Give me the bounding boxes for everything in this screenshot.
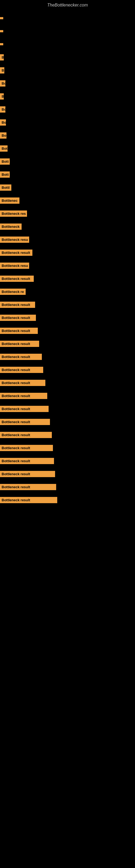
bottleneck-label: Bottleneck re	[0, 289, 26, 295]
list-item: Bottleneck	[0, 221, 135, 232]
bottleneck-label: B	[0, 54, 4, 61]
bottleneck-label: Bottleneck result	[0, 250, 32, 256]
list-item: Bott	[0, 169, 135, 180]
list-item: Bottleneck result	[0, 442, 135, 453]
list-item: Bottleneck result	[0, 299, 135, 310]
site-title: TheBottlenecker.com	[0, 0, 135, 9]
entries-container: BBBoBBoBoBoBotBottBottBottlBottlenecBott…	[0, 9, 135, 509]
bottleneck-label: Bottleneck result	[0, 276, 34, 282]
list-item: Bottleneck res	[0, 208, 135, 219]
list-item: Bottleneck result	[0, 312, 135, 323]
bottleneck-label: Bot	[0, 145, 8, 152]
list-item: Bottleneck re	[0, 286, 135, 297]
list-item: Bott	[0, 156, 135, 167]
list-item: Bottleneck result	[0, 456, 135, 466]
bottleneck-label: Bottleneck resu	[0, 262, 29, 269]
bottleneck-label: Bo	[0, 119, 6, 126]
list-item: Bottleneck result	[0, 247, 135, 258]
list-item: B	[0, 91, 135, 102]
bottleneck-label: Bottleneck result	[0, 419, 50, 425]
bottleneck-label: Bott	[0, 158, 10, 165]
bottleneck-label: Bottleneck result	[0, 445, 53, 451]
list-item: Bottleneck result	[0, 364, 135, 375]
bottleneck-label: Bottleneck result	[0, 354, 42, 360]
list-item: Bottleneck result	[0, 429, 135, 440]
list-item: Bo	[0, 104, 135, 115]
bottleneck-label: Bott	[0, 172, 10, 178]
bottleneck-label: Bottleneck result	[0, 393, 47, 399]
bottleneck-label: Bo	[0, 132, 6, 138]
list-item: B	[0, 52, 135, 63]
bottleneck-label: Bottleneck result	[0, 406, 49, 412]
bottleneck-label: Bottleneck result	[0, 341, 39, 347]
bottleneck-label: B	[0, 67, 4, 73]
list-item: Bottleneck result	[0, 482, 135, 492]
list-item: Bottleneck result	[0, 338, 135, 349]
bottleneck-label	[0, 43, 3, 45]
list-item: Bottleneck result	[0, 273, 135, 284]
list-item: Bottleneck result	[0, 377, 135, 388]
bottleneck-label: Bottleneck result	[0, 315, 36, 321]
bottleneck-label: Bottleneck result	[0, 458, 54, 464]
bottleneck-label: Bottleneck result	[0, 432, 52, 438]
list-item: Bottleneck result	[0, 390, 135, 401]
list-item: Bottlenec	[0, 195, 135, 206]
bottleneck-label: Bottleneck result	[0, 380, 45, 386]
bottleneck-label: Bottleneck result	[0, 497, 57, 503]
list-item: Bottleneck result	[0, 403, 135, 414]
bottleneck-label: Bottleneck result	[0, 471, 55, 477]
list-item: Bottleneck result	[0, 416, 135, 427]
list-item: Bottleneck result	[0, 325, 135, 336]
bottleneck-label	[0, 30, 3, 32]
list-item: Bo	[0, 78, 135, 89]
bottleneck-label: Bo	[0, 106, 5, 113]
list-item: Bottleneck resu	[0, 260, 135, 271]
bottleneck-label: Bottleneck result	[0, 484, 56, 490]
list-item: B	[0, 65, 135, 76]
list-item	[0, 39, 135, 50]
list-item: Bo	[0, 117, 135, 128]
bottleneck-label: Bottlenec	[0, 197, 19, 204]
bottleneck-label	[0, 17, 3, 19]
list-item: Bo	[0, 130, 135, 141]
list-item: Bottleneck result	[0, 468, 135, 479]
list-item	[0, 26, 135, 37]
list-item: Bot	[0, 143, 135, 154]
list-item: Bottleneck result	[0, 351, 135, 362]
bottleneck-label: Bo	[0, 80, 5, 87]
list-item: Bottleneck result	[0, 495, 135, 505]
bottleneck-label: Bottleneck	[0, 223, 21, 230]
bottleneck-label: Bottleneck resu	[0, 237, 29, 243]
list-item: Bottleneck resu	[0, 234, 135, 245]
bottleneck-label: B	[0, 93, 4, 99]
bottleneck-label: Bottleneck result	[0, 328, 38, 334]
bottleneck-label: Bottleneck res	[0, 211, 27, 217]
list-item: Bottl	[0, 182, 135, 193]
bottleneck-label: Bottl	[0, 184, 11, 191]
list-item	[0, 13, 135, 24]
bottleneck-label: Bottleneck result	[0, 367, 43, 373]
bottleneck-label: Bottleneck result	[0, 302, 35, 308]
